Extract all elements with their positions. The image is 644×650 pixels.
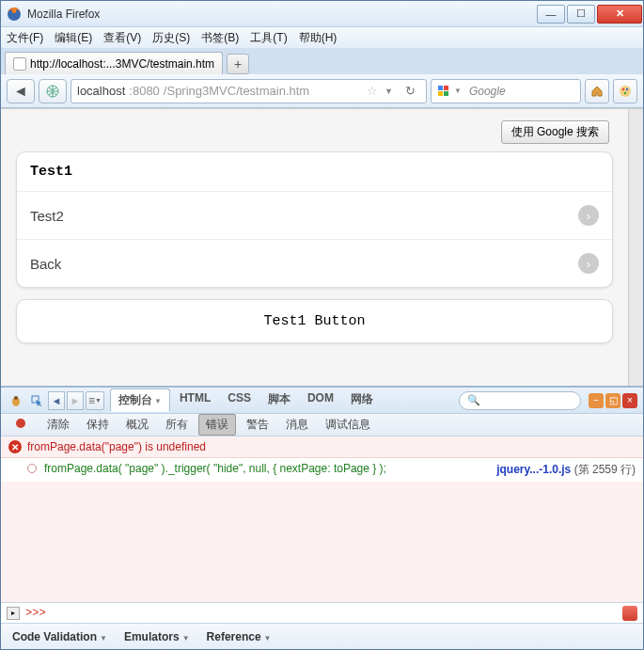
devtools-close-button[interactable]: × xyxy=(622,393,637,408)
chevron-right-icon: › xyxy=(578,253,599,274)
subtab-warnings[interactable]: 警告 xyxy=(240,415,275,435)
menu-history[interactable]: 历史(S) xyxy=(152,30,190,46)
svg-rect-3 xyxy=(444,86,448,90)
url-host: localhost xyxy=(77,84,125,98)
close-button[interactable]: ✕ xyxy=(597,5,642,24)
subtab-persist[interactable]: 保持 xyxy=(80,415,116,435)
error-code: fromPage.data( "page" )._trigger( "hide"… xyxy=(44,462,386,478)
maximize-button[interactable]: ☐ xyxy=(567,5,595,24)
devtools-panel: ◄ ► ≡▼ 控制台▼ HTML CSS 脚本 DOM 网络 🔍 − ◱ × 清… xyxy=(1,386,643,649)
error-icon: ✕ xyxy=(8,440,22,453)
list-card: Test1 Test2 › Back › xyxy=(16,151,613,288)
list-item[interactable]: Test2 › xyxy=(17,192,612,240)
reload-button[interactable]: ↻ xyxy=(400,84,420,98)
tab-bar: http://localhost:...3MVC/testmain.htm + xyxy=(1,48,643,74)
back-button[interactable]: ◄ xyxy=(7,79,35,103)
site-identity-button[interactable] xyxy=(39,79,67,103)
tab-dom[interactable]: DOM xyxy=(300,388,341,412)
google-icon xyxy=(437,85,450,98)
home-icon xyxy=(590,85,604,98)
svg-rect-2 xyxy=(438,86,443,90)
svg-point-8 xyxy=(626,87,628,89)
page-content: 使用 Google 搜索 Test1 Test2 › Back › Test1 … xyxy=(1,108,643,386)
devtools-search[interactable]: 🔍 xyxy=(459,391,581,410)
tab-console[interactable]: 控制台▼ xyxy=(110,388,170,412)
menu-tools[interactable]: 工具(T) xyxy=(250,30,287,46)
google-search-button[interactable]: 使用 Google 搜索 xyxy=(501,120,609,144)
console-subtabs: 清除 保持 概况 所有 错误 警告 消息 调试信息 xyxy=(1,414,643,436)
break-icon[interactable] xyxy=(8,416,33,434)
tab-net[interactable]: 网络 xyxy=(343,388,381,412)
extension-button[interactable] xyxy=(613,79,637,103)
paint-icon xyxy=(619,85,632,98)
tab-label: http://localhost:...3MVC/testmain.htm xyxy=(30,57,214,71)
command-editor-button[interactable] xyxy=(622,606,637,621)
url-bar[interactable]: localhost:8080/Spring3MVC/testmain.htm ☆… xyxy=(71,79,427,103)
firebug-icon[interactable] xyxy=(7,391,25,410)
menu-help[interactable]: 帮助(H) xyxy=(299,30,338,46)
error-location[interactable]: jquery...-1.0.js (第 2559 行) xyxy=(496,462,636,478)
test1-button[interactable]: Test1 Button xyxy=(16,299,613,343)
tab-css[interactable]: CSS xyxy=(220,388,259,412)
tab-html[interactable]: HTML xyxy=(172,388,218,412)
window-title: Mozilla Firefox xyxy=(27,8,536,21)
inspect-icon[interactable] xyxy=(27,391,46,410)
svg-point-6 xyxy=(620,86,631,97)
menu-edit[interactable]: 编辑(E) xyxy=(55,30,92,46)
status-code-validation[interactable]: Code Validation▼ xyxy=(12,630,107,643)
minimize-button[interactable]: — xyxy=(537,5,565,24)
subtab-all[interactable]: 所有 xyxy=(159,415,195,435)
card-header: Test1 xyxy=(17,152,612,192)
subtab-debug[interactable]: 调试信息 xyxy=(319,415,377,435)
list-item-label: Test2 xyxy=(30,208,64,224)
svg-point-7 xyxy=(622,87,624,89)
list-item[interactable]: Back › xyxy=(17,240,612,287)
url-path: /Spring3MVC/testmain.htm xyxy=(164,84,309,98)
menu-bar: 文件(F) 编辑(E) 查看(V) 历史(S) 书签(B) 工具(T) 帮助(H… xyxy=(1,27,643,48)
command-toggle-icon[interactable]: ▸ xyxy=(7,607,20,620)
firefox-icon xyxy=(7,7,22,22)
error-message: fromPage.data("page") is undefined xyxy=(27,440,206,453)
subtab-info[interactable]: 消息 xyxy=(279,415,315,435)
svg-point-13 xyxy=(16,419,25,428)
devtools-popout-button[interactable]: ◱ xyxy=(605,393,620,408)
svg-rect-4 xyxy=(438,91,443,96)
command-prompt: >>> xyxy=(25,607,46,620)
subtab-profile[interactable]: 概况 xyxy=(119,415,155,435)
home-button[interactable] xyxy=(585,79,609,103)
history-back-button[interactable]: ◄ xyxy=(48,391,65,410)
console-command-line[interactable]: ▸ >>> xyxy=(1,602,643,623)
browser-tab[interactable]: http://localhost:...3MVC/testmain.htm xyxy=(5,52,223,74)
panel-menu-icon[interactable]: ≡▼ xyxy=(86,391,104,410)
page-icon xyxy=(13,57,26,71)
bookmark-star-icon[interactable]: ☆ xyxy=(367,84,378,98)
error-source-row[interactable]: fromPage.data( "page" )._trigger( "hide"… xyxy=(1,458,643,482)
history-forward-button[interactable]: ► xyxy=(67,391,84,410)
nav-toolbar: ◄ localhost:8080/Spring3MVC/testmain.htm… xyxy=(1,74,643,108)
globe-icon xyxy=(46,85,59,98)
search-dropdown-icon[interactable]: ▼ xyxy=(454,87,462,95)
subtab-clear[interactable]: 清除 xyxy=(40,415,76,435)
status-reference[interactable]: Reference▼ xyxy=(207,630,272,643)
search-icon: 🔍 xyxy=(467,394,480,406)
svg-rect-5 xyxy=(444,91,448,96)
devtools-toolbar: ◄ ► ≡▼ 控制台▼ HTML CSS 脚本 DOM 网络 🔍 − ◱ × xyxy=(1,388,643,414)
subtab-errors[interactable]: 错误 xyxy=(198,414,236,436)
svg-point-9 xyxy=(624,91,626,93)
devtools-minimize-button[interactable]: − xyxy=(589,393,604,408)
window-titlebar: Mozilla Firefox — ☐ ✕ xyxy=(1,1,643,27)
status-emulators[interactable]: Emulators▼ xyxy=(124,630,190,643)
breakpoint-icon[interactable] xyxy=(27,464,37,473)
tab-script[interactable]: 脚本 xyxy=(260,388,298,412)
console-output: ✕ fromPage.data("page") is undefined fro… xyxy=(1,436,643,602)
error-row[interactable]: ✕ fromPage.data("page") is undefined xyxy=(1,436,643,458)
search-box[interactable]: ▼ Google xyxy=(431,79,581,103)
menu-file[interactable]: 文件(F) xyxy=(7,30,43,46)
vertical-scrollbar[interactable] xyxy=(628,109,643,386)
menu-bookmarks[interactable]: 书签(B) xyxy=(201,30,239,46)
url-dropdown-icon[interactable]: ▼ xyxy=(385,87,393,96)
search-placeholder: Google xyxy=(469,85,506,98)
menu-view[interactable]: 查看(V) xyxy=(103,30,141,46)
new-tab-button[interactable]: + xyxy=(227,54,249,74)
svg-point-11 xyxy=(14,396,18,400)
